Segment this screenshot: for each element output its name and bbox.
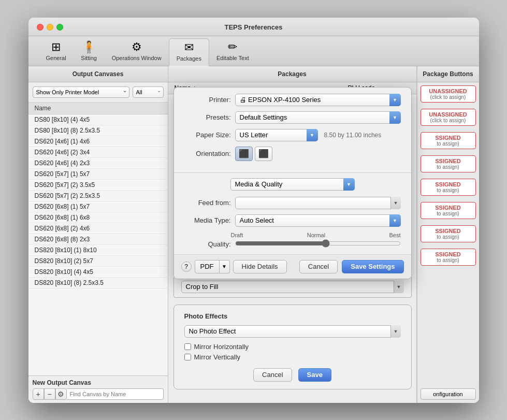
list-item[interactable]: DS620 [4x6] (2) 3x4 [28, 147, 168, 158]
photo-effects-panel: Photo Effects No Photo Effect ▼ Mirror H… [173, 305, 412, 389]
packages-header: Packages [168, 66, 416, 82]
mirror-h-checkbox[interactable] [184, 343, 191, 350]
list-item[interactable]: DS620 [6x8] (1) 6x8 [28, 212, 168, 223]
list-item[interactable]: DS820 [8x10] (2) 5x7 [28, 256, 168, 267]
all-filter[interactable]: All [133, 86, 164, 98]
package-button-2[interactable]: UNASSIGNED (click to assign) [421, 109, 476, 126]
quality-slider-label: Quality: [184, 240, 231, 248]
paper-size-select[interactable]: US Letter [235, 129, 318, 141]
hide-details-button[interactable]: Hide Details [233, 260, 287, 273]
media-select-wrapper: Auto Select ▼ [235, 214, 401, 227]
quality-slider-container [235, 239, 401, 249]
pdf-button[interactable]: PDF [195, 260, 220, 273]
photo-effects-select-wrapper: No Photo Effect ▼ [184, 325, 401, 338]
toolbar-item-editable[interactable]: ✏ Editable Text [209, 38, 256, 66]
package-button-5[interactable]: SSIGNED to assign) [421, 179, 476, 196]
package-button-7[interactable]: SSIGNED to assign) [421, 225, 476, 242]
printer-select[interactable]: 🖨 EPSON XP-4100 Series [235, 94, 401, 106]
toolbar: ⊞ General 🧍 Sitting ⚙ Operations Window … [28, 36, 479, 66]
mirror-h-label: Mirror Horizontally [194, 343, 249, 351]
mirror-h-row: Mirror Horizontally [184, 343, 401, 351]
package-button-6[interactable]: SSIGNED to assign) [421, 202, 476, 219]
left-panel-header: Output Canvases [28, 66, 168, 82]
list-item[interactable]: DS80 [8x10] (4) 4x5 [28, 114, 168, 125]
quality-labels: Draft Normal Best [184, 232, 401, 239]
photo-cancel-button[interactable]: Cancel [253, 368, 292, 382]
printer-model-filter[interactable]: Show Only Printer Model [33, 86, 129, 98]
mirror-v-row: Mirror Vertically [184, 353, 401, 361]
package-button-3[interactable]: SSIGNED to assign) [421, 132, 476, 149]
list-item[interactable]: DS820 [8x10] (1) 8x10 [28, 245, 168, 256]
portrait-button[interactable]: ⬛ [235, 147, 253, 161]
list-item[interactable]: DS820 [8x10] (8) 2.5x3.5 [28, 278, 168, 288]
left-panel: Output Canvases Show Only Printer Model … [28, 66, 168, 403]
list-item[interactable]: DS620 [4x6] (4) 2x3 [28, 158, 168, 169]
list-item[interactable]: DS620 [5x7] (2) 2.5x3.5 [28, 191, 168, 201]
save-settings-button[interactable]: Save Settings [342, 260, 403, 273]
landscape-button[interactable]: ⬛ [255, 147, 272, 161]
quality-slider[interactable] [235, 239, 401, 248]
presets-select-wrapper: Default Settings ▼ [235, 111, 401, 124]
add-canvas-button[interactable]: + [33, 388, 44, 400]
toolbar-item-operations[interactable]: ⚙ Operations Window [105, 38, 169, 66]
mirror-v-checkbox[interactable] [184, 354, 191, 360]
unassigned-sub-7: to assign) [424, 234, 472, 240]
package-button-4[interactable]: SSIGNED to assign) [421, 155, 476, 172]
cancel-button[interactable]: Cancel [299, 260, 338, 273]
operations-icon: ⚙ [132, 41, 142, 53]
list-item[interactable]: DS620 [6x8] (1) 5x7 [28, 201, 168, 212]
unassigned-text-6: SSIGNED [424, 205, 472, 211]
packages-icon: ✉ [184, 42, 194, 53]
quality-normal-label: Normal [307, 232, 325, 238]
unassigned-text-1: UNASSIGNED [424, 88, 472, 94]
canvas-list: DS80 [8x10] (4) 4x5 DS80 [8x10] (8) 2.5x… [28, 114, 168, 375]
unassigned-text-8: SSIGNED [424, 251, 472, 257]
feed-select[interactable] [235, 197, 401, 209]
editable-icon: ✏ [228, 41, 237, 53]
package-button-8[interactable]: SSIGNED to assign) [421, 249, 476, 266]
list-item[interactable]: DS620 [4x6] (1) 4x6 [28, 136, 168, 147]
settings-canvas-button[interactable]: ⚙ [55, 388, 67, 400]
photo-save-button[interactable]: Save [298, 368, 331, 382]
unassigned-sub-3: to assign) [424, 141, 472, 147]
minimize-button[interactable] [47, 24, 53, 31]
canvas-col-header: Name [28, 103, 168, 114]
canvas-toolbar: + − ⚙ [33, 388, 164, 400]
media-select[interactable]: Auto Select [235, 214, 401, 227]
dialog-bottom-bar: ? PDF ▼ Hide Details Cancel Save Setting… [174, 254, 411, 279]
general-icon: ⊞ [51, 41, 61, 53]
paper-size-label: Paper Size: [184, 131, 231, 139]
help-button[interactable]: ? [181, 262, 192, 272]
quality-section-select[interactable]: Media & Quality [230, 178, 355, 191]
configuration-button[interactable]: onfiguration [421, 388, 476, 400]
pdf-arrow-button[interactable]: ▼ [220, 260, 230, 273]
list-item[interactable]: DS620 [6x8] (8) 2x3 [28, 234, 168, 245]
toolbar-item-sitting[interactable]: 🧍 Sitting [74, 38, 105, 66]
photo-effects-buttons: Cancel Save [184, 368, 401, 382]
photo-effects-select[interactable]: No Photo Effect [184, 325, 401, 338]
sitting-icon: 🧍 [82, 41, 96, 53]
list-item[interactable]: DS80 [8x10] (8) 2.5x3.5 [28, 125, 168, 136]
maximize-button[interactable] [56, 24, 63, 31]
canvas-search-input[interactable] [67, 388, 164, 400]
package-button-1[interactable]: UNASSIGNED (click to assign) [421, 85, 476, 103]
presets-select[interactable]: Default Settings [235, 111, 401, 124]
toolbar-item-general[interactable]: ⊞ General [39, 38, 74, 66]
toolbar-packages-label: Packages [177, 55, 201, 62]
toolbar-item-packages[interactable]: ✉ Packages [169, 38, 209, 66]
list-item[interactable]: DS820 [8x10] (4) 4x5 [28, 267, 168, 278]
quality-best-label: Best [389, 232, 400, 238]
right-panel: Package Buttons UNASSIGNED (click to ass… [417, 66, 479, 403]
list-item[interactable]: DS620 [5x7] (2) 3.5x5 [28, 180, 168, 191]
presets-row: Presets: Default Settings ▼ [184, 111, 401, 124]
orientation-label: Orientation: [184, 150, 231, 157]
quality-section: Media & Quality ▼ Feed from: ▼ [174, 173, 411, 254]
orientation-row: Orientation: ⬛ ⬛ [184, 147, 401, 161]
list-item[interactable]: DS620 [6x8] (2) 4x6 [28, 223, 168, 234]
list-item[interactable]: DS620 [5x7] (1) 5x7 [28, 169, 168, 180]
remove-canvas-button[interactable]: − [44, 388, 55, 400]
crop-select[interactable]: Crop to Fill [181, 281, 404, 293]
unassigned-sub-4: to assign) [424, 164, 472, 170]
close-button[interactable] [37, 24, 44, 31]
photo-effects-title: Photo Effects [184, 312, 401, 320]
